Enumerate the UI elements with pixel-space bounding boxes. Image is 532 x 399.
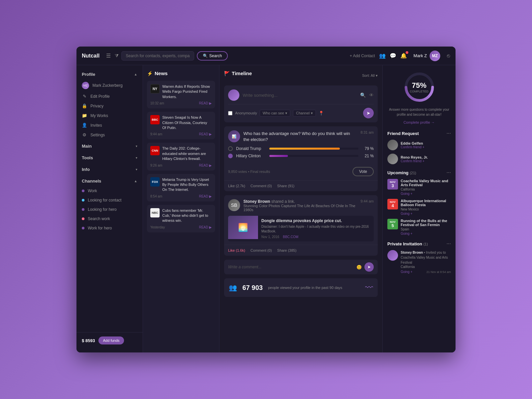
poll-option-trump: Donald Trump 79 % bbox=[228, 146, 374, 151]
upcoming-section: Upcoming (21) ··· NOV 3 Coachella Valley… bbox=[387, 170, 451, 235]
sidebar-section-main-header[interactable]: Main ▾ bbox=[76, 141, 143, 151]
link-comment[interactable]: Comment (0) bbox=[250, 248, 272, 252]
event-going-0[interactable]: Going + bbox=[401, 192, 451, 196]
complete-profile-link[interactable]: Complete profile → bbox=[403, 120, 435, 124]
menu-icon[interactable]: ☰ bbox=[106, 53, 111, 59]
filter-icon[interactable]: ⧩ bbox=[115, 53, 119, 59]
trump-radio[interactable] bbox=[228, 146, 233, 151]
compose-top: Write something... 🔍 👁 bbox=[228, 89, 374, 104]
sidebar-section-tools-header[interactable]: Tools ▾ bbox=[76, 153, 143, 163]
news-read-0[interactable]: READ ▶ bbox=[199, 101, 212, 105]
friend-item-1: Reno Reyes, Jr. Confirm friend + bbox=[387, 154, 451, 164]
event-item-0: NOV 3 Coachella Valley Music and Arts Fe… bbox=[387, 179, 451, 196]
compose-image-icon[interactable]: 🔍 bbox=[360, 92, 366, 98]
logout-icon[interactable]: ⎋ bbox=[447, 53, 450, 59]
settings-icon: ⚙ bbox=[82, 132, 87, 137]
news-title-2: The Daily 202: College-educated white wo… bbox=[162, 146, 212, 161]
add-funds-button[interactable]: Add funds bbox=[98, 336, 124, 344]
link-like[interactable]: Like (1.6k) bbox=[228, 248, 245, 252]
news-read-1[interactable]: READ ▶ bbox=[199, 132, 212, 136]
news-logo-2: CNN bbox=[150, 146, 160, 155]
anon-label: Anonymously bbox=[235, 111, 257, 115]
comment-placeholder[interactable]: Write a comment... bbox=[228, 265, 354, 269]
news-time-4: Yesterday bbox=[150, 225, 165, 229]
news-read-2[interactable]: READ ▶ bbox=[199, 164, 212, 167]
lock-icon: 🔒 bbox=[82, 103, 87, 108]
sidebar-section-profile-title: Profile bbox=[82, 72, 95, 77]
comment-send-button[interactable]: ➤ bbox=[364, 262, 374, 272]
channel-looking-contact[interactable]: Looking for contact bbox=[76, 196, 143, 205]
sidebar-section-profile-header[interactable]: Profile ▲ bbox=[76, 69, 143, 79]
sidebar-item-edit-profile[interactable]: ✎ Edit Profile bbox=[76, 91, 143, 101]
news-footer-0: 10:32 am READ ▶ bbox=[150, 101, 212, 105]
sidebar-item-invites[interactable]: 👤 Invites bbox=[76, 120, 143, 130]
channel-looking-hero[interactable]: Looking for hero bbox=[76, 205, 143, 214]
sidebar-item-my-works[interactable]: 📁 My Works bbox=[76, 111, 143, 120]
channel-dot-work-hero bbox=[82, 227, 84, 229]
user-avatar[interactable]: MZ bbox=[430, 51, 440, 61]
user-info: Mark Z MZ bbox=[414, 51, 440, 61]
friend-name-1: Reno Reyes, Jr. bbox=[401, 155, 428, 159]
compose-send-button[interactable]: ➤ bbox=[363, 108, 374, 118]
sidebar-section-info-header[interactable]: Info ▾ bbox=[76, 164, 143, 175]
confirm-friend-0[interactable]: Confirm friend + bbox=[401, 145, 424, 149]
search-button[interactable]: 🔍 Search bbox=[197, 51, 228, 61]
notifications-icon[interactable]: 🔔 bbox=[400, 53, 407, 59]
confirm-friend-1[interactable]: Confirm friend + bbox=[401, 159, 428, 163]
sidebar-item-settings[interactable]: ⚙ Settings bbox=[76, 130, 143, 140]
who-can-see-dropdown[interactable]: Who can see ▾ bbox=[260, 110, 290, 117]
link-share[interactable]: Share (385) bbox=[277, 248, 297, 252]
sidebar-item-mark[interactable]: MZ Mark Zuckerberg bbox=[76, 79, 143, 91]
sort-control[interactable]: Sort: All ▾ bbox=[362, 73, 378, 78]
poll-like[interactable]: Like (2.7k) bbox=[228, 184, 245, 188]
compose-box: Write something... 🔍 👁 Anonymously Who c… bbox=[224, 85, 378, 122]
poll-comment[interactable]: Comment (0) bbox=[250, 184, 272, 188]
location-icon[interactable]: 📍 bbox=[319, 111, 324, 116]
news-read-4[interactable]: READ ▶ bbox=[199, 225, 212, 229]
search-input[interactable] bbox=[121, 51, 194, 61]
messages-icon[interactable]: 💬 bbox=[390, 53, 396, 59]
channel-work-hero[interactable]: Work for hero bbox=[76, 223, 143, 233]
news-read-3[interactable]: READ ▶ bbox=[199, 195, 212, 198]
inv-going-0[interactable]: Going + bbox=[401, 270, 412, 274]
search-bar: ⧩ 🔍 Search bbox=[115, 51, 228, 61]
contacts-icon[interactable]: 👥 bbox=[379, 53, 386, 59]
private-inv-title: Private Invitation (1) bbox=[387, 241, 428, 246]
anonymous-checkbox[interactable] bbox=[228, 111, 232, 115]
sidebar-item-privacy[interactable]: 🔒 Privacy bbox=[76, 101, 143, 111]
invite-icon: 👤 bbox=[82, 123, 87, 128]
link-info: Dongle dilemma provokes Apple price cut.… bbox=[258, 216, 374, 241]
channel-dropdown[interactable]: Channel ▾ bbox=[293, 110, 316, 117]
news-icon: ⚡ bbox=[147, 71, 153, 76]
vote-button[interactable]: Vote bbox=[352, 167, 374, 176]
news-card-1-header: BBC Steven Seagal Is Now A Citizen Of Ru… bbox=[150, 115, 212, 130]
news-footer-2: 9:26 am READ ▶ bbox=[150, 164, 212, 167]
news-logo-0: NY bbox=[150, 84, 160, 93]
main-layout: Profile ▲ MZ Mark Zuckerberg ✎ Edit Prof… bbox=[76, 65, 456, 352]
sidebar-section-channels-header[interactable]: Channels ▲ bbox=[76, 176, 143, 186]
link-card[interactable]: 🌅 Dongle dilemma provokes Apple price cu… bbox=[228, 216, 374, 241]
private-inv-more-icon[interactable]: ··· bbox=[447, 241, 451, 247]
channel-search-work[interactable]: Search work bbox=[76, 214, 143, 223]
clinton-radio[interactable] bbox=[228, 154, 233, 158]
compose-link-icon[interactable]: 👁 bbox=[369, 92, 374, 98]
friend-requests-more-icon[interactable]: ··· bbox=[447, 130, 451, 136]
compose-placeholder[interactable]: Write something... bbox=[243, 93, 357, 98]
tools-chevron-icon: ▾ bbox=[136, 156, 137, 160]
news-card-3-header: FOX Melania Trump is Very Upset By Peopl… bbox=[150, 177, 212, 193]
upcoming-more-icon[interactable]: ··· bbox=[447, 170, 451, 176]
news-card-1: BBC Steven Seagal Is Now A Citizen Of Ru… bbox=[147, 112, 215, 139]
poll-post-meta: Who has the advantage now? Who do you th… bbox=[243, 130, 357, 142]
news-card-4: NBC Cubs fans remember 'Mr. Cub,' those … bbox=[147, 205, 215, 232]
views-icon: 👥 bbox=[229, 284, 237, 292]
comment-emoji-icon[interactable]: 😊 bbox=[356, 265, 362, 270]
news-card-2: CNN The Daily 202: College-educated whit… bbox=[147, 143, 215, 170]
event-going-1[interactable]: Going + bbox=[401, 212, 451, 215]
event-name-1: Albuquerque International Balloon Fiesta bbox=[401, 199, 451, 207]
upcoming-header: Upcoming (21) ··· bbox=[387, 170, 451, 176]
add-contact-button[interactable]: + Add Contact bbox=[350, 54, 375, 58]
channel-work[interactable]: Work bbox=[76, 186, 143, 196]
poll-share[interactable]: Share (91) bbox=[277, 184, 295, 188]
event-going-2[interactable]: Going + bbox=[401, 232, 451, 235]
event-item-1: NOV 4 Albuquerque International Balloon … bbox=[387, 199, 451, 215]
